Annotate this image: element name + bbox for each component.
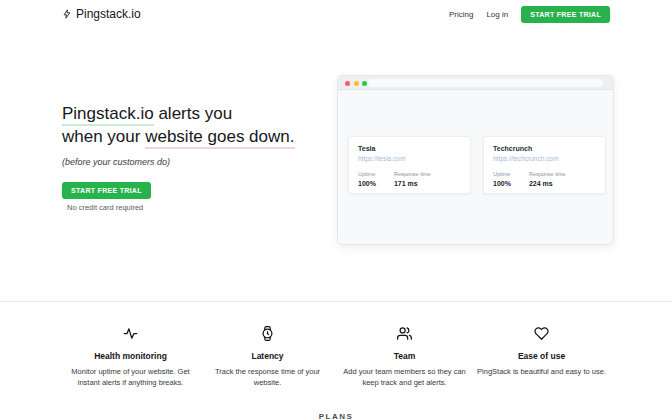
feature-description: Track the response time of your website. — [199, 367, 336, 388]
hero-start-free-trial-button[interactable]: START FREE TRIAL — [62, 182, 151, 199]
response-time-value: 224 ms — [529, 180, 566, 187]
browser-mockup-window: Tesla https://tesla.com Uptime 100% Resp… — [337, 75, 614, 245]
hero-heading: Pingstack.io alerts you when your websit… — [62, 102, 295, 148]
uptime-value: 100% — [358, 180, 376, 187]
uptime-label: Uptime — [358, 171, 376, 177]
feature-title: Team — [394, 351, 416, 361]
browser-address-bar — [368, 79, 603, 87]
response-time-label: Response time — [394, 171, 431, 177]
feature-description: Add your team members so they can keep t… — [336, 367, 473, 388]
plans-section-label: PLANS — [0, 412, 672, 420]
heart-icon — [534, 325, 549, 341]
site-name: Techcrunch — [493, 145, 596, 152]
nav-pricing-link[interactable]: Pricing — [449, 10, 473, 19]
site-name: Tesla — [358, 145, 461, 152]
maximize-window-dot-icon — [362, 81, 367, 86]
feature-health-monitoring: Health monitoring Monitor uptime of your… — [62, 325, 199, 388]
window-traffic-lights — [345, 81, 367, 86]
browser-body: Tesla https://tesla.com Uptime 100% Resp… — [338, 90, 613, 245]
uptime-value: 100% — [493, 180, 511, 187]
feature-title: Health monitoring — [94, 351, 167, 361]
feature-team: Team Add your team members so they can k… — [336, 325, 473, 388]
hero-highlight-brand: Pingstack.io — [62, 104, 154, 126]
site-stats: Uptime 100% Response time 224 ms — [493, 171, 596, 187]
logo-text: Pingstack.io — [76, 7, 141, 21]
hero-subheading: (before your customers do) — [62, 157, 170, 167]
feature-description: Monitor uptime of your website. Get inst… — [62, 367, 199, 388]
response-time-stat: Response time 171 ms — [394, 171, 431, 187]
section-divider — [0, 301, 672, 302]
landing-page: Pingstack.io Pricing Log in START FREE T… — [0, 0, 672, 420]
hero-heading-line2: when your website goes down. — [62, 125, 295, 148]
feature-description: PingStack is beautiful and easy to use. — [475, 367, 608, 378]
feature-ease-of-use: Ease of use PingStack is beautiful and e… — [473, 325, 610, 388]
activity-icon — [123, 325, 138, 341]
feature-title: Latency — [251, 351, 283, 361]
site-stats: Uptime 100% Response time 171 ms — [358, 171, 461, 187]
header-nav: Pricing Log in START FREE TRIAL — [449, 6, 610, 23]
close-window-dot-icon — [345, 81, 350, 86]
watch-icon — [260, 325, 275, 341]
response-time-value: 171 ms — [394, 180, 431, 187]
monitor-card-tesla: Tesla https://tesla.com Uptime 100% Resp… — [348, 136, 471, 194]
site-url: https://techcrunch.com — [493, 155, 596, 162]
site-url: https://tesla.com — [358, 155, 461, 162]
response-time-stat: Response time 224 ms — [529, 171, 566, 187]
hero-heading-line1: Pingstack.io alerts you — [62, 102, 295, 125]
features-row: Health monitoring Monitor uptime of your… — [62, 325, 610, 388]
header-start-free-trial-button[interactable]: START FREE TRIAL — [521, 6, 610, 23]
feature-latency: Latency Track the response time of your … — [199, 325, 336, 388]
feature-title: Ease of use — [518, 351, 565, 361]
hero-highlight-down: website goes down. — [145, 127, 294, 149]
nav-login-link[interactable]: Log in — [486, 10, 508, 19]
uptime-stat: Uptime 100% — [493, 171, 511, 187]
uptime-stat: Uptime 100% — [358, 171, 376, 187]
minimize-window-dot-icon — [354, 81, 359, 86]
header: Pingstack.io Pricing Log in START FREE T… — [0, 0, 672, 28]
browser-titlebar — [338, 76, 613, 90]
team-icon — [397, 325, 412, 341]
uptime-label: Uptime — [493, 171, 511, 177]
monitor-card-techcrunch: Techcrunch https://techcrunch.com Uptime… — [483, 136, 606, 194]
bolt-icon — [62, 8, 72, 20]
logo[interactable]: Pingstack.io — [62, 7, 141, 21]
hero-cta-note: No credit card required — [67, 203, 143, 212]
response-time-label: Response time — [529, 171, 566, 177]
